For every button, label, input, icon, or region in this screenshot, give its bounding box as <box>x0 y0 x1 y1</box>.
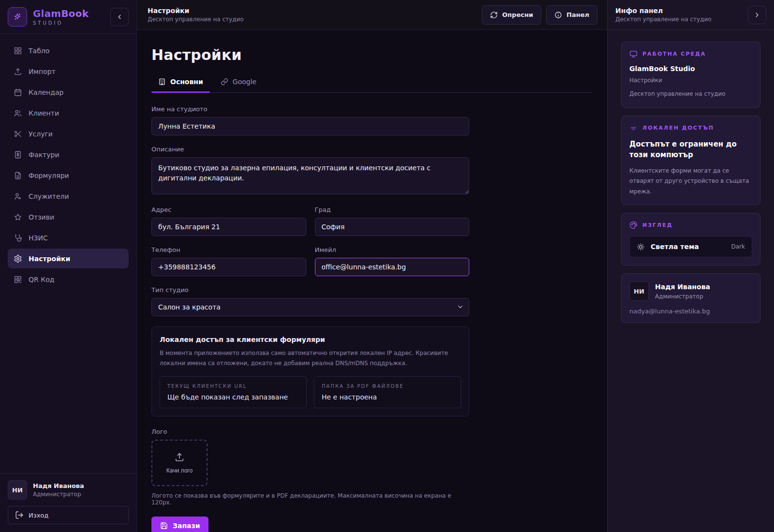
sidebar-item-8[interactable]: Отзиви <box>8 207 129 227</box>
sidebar-item-2[interactable]: Календар <box>8 82 129 102</box>
sidebar-item-label: Услуги <box>29 130 53 138</box>
panel-button[interactable]: Панел <box>546 5 597 25</box>
sidebar-item-label: Импорт <box>29 68 56 75</box>
email-label: Имейл <box>315 246 470 253</box>
invoice-icon <box>14 150 22 159</box>
pdf-folder-cell: ПАПКА ЗА PDF ФАЙЛОВЕ Не е настроена <box>314 376 461 408</box>
pdf-folder-label: ПАПКА ЗА PDF ФАЙЛОВЕ <box>322 384 453 389</box>
scissors-icon <box>14 130 22 138</box>
phone-input[interactable] <box>151 258 306 276</box>
chevron-right-icon <box>753 11 761 19</box>
info-panel: Инфо панел Десктоп управление на студио … <box>607 0 774 532</box>
sidebar-item-label: Клиенти <box>29 109 59 117</box>
monitor-icon <box>629 50 638 58</box>
dashboard-icon <box>14 46 22 55</box>
settings-content: Настройки Основни Google Име на студиото… <box>137 30 607 532</box>
local-access-box: Локален достъп за клиентски формуляри В … <box>151 326 469 416</box>
user-card-name: Надя Иванова <box>655 283 710 291</box>
sidebar-header: GlamBook STUDIO <box>0 0 136 34</box>
main-header: Настройки Десктоп управление на студио О… <box>137 0 607 30</box>
sidebar: GlamBook STUDIO ТаблоИмпортКалендарКлиен… <box>0 0 137 532</box>
sidebar-item-label: Календар <box>29 89 63 96</box>
sidebar-item-3[interactable]: Клиенти <box>8 103 129 123</box>
city-label: Град <box>315 206 470 213</box>
sidebar-item-7[interactable]: Служители <box>8 186 129 206</box>
description-label: Описание <box>151 146 469 153</box>
logo-hint: Логото се показва във формулярите и в PD… <box>151 492 469 506</box>
app-logo <box>8 7 27 27</box>
info-panel-title: Инфо панел <box>615 7 712 15</box>
environment-app-name: GlamBook Studio <box>629 65 752 73</box>
star-icon <box>14 213 22 222</box>
info-panel-header: Инфо панел Десктоп управление на студио <box>608 0 774 30</box>
local-access-card: ЛОКАЛЕН ДОСТЪП Достъпът е ограничен до т… <box>621 116 760 206</box>
city-input[interactable] <box>315 218 470 236</box>
info-icon <box>554 11 562 19</box>
tab-general[interactable]: Основни <box>151 78 210 92</box>
studio-name-input[interactable] <box>151 117 469 135</box>
sidebar-item-label: QR Код <box>29 276 54 283</box>
sidebar-user: НИ Надя Иванова Администратор <box>8 480 129 500</box>
current-theme-badge: Dark <box>731 243 745 250</box>
wifi-icon <box>629 124 638 132</box>
link-icon <box>221 78 228 86</box>
sidebar-item-11[interactable]: QR Код <box>8 269 129 289</box>
sidebar-item-6[interactable]: Формуляри <box>8 165 129 185</box>
avatar: НИ <box>8 480 27 500</box>
user-name: Надя Иванова <box>33 482 84 489</box>
user-card: НИ Надя Иванова Администратор nadya@lunn… <box>621 273 760 323</box>
studio-type-select[interactable]: Салон за красота <box>151 298 469 316</box>
sidebar-item-label: Табло <box>29 47 49 55</box>
sidebar-item-10[interactable]: Настройки <box>8 249 129 268</box>
user-role: Администратор <box>33 491 84 498</box>
sidebar-item-4[interactable]: Услуги <box>8 124 129 144</box>
sparkle-icon <box>13 13 22 21</box>
building-icon <box>158 78 166 86</box>
address-input[interactable] <box>151 218 306 236</box>
user-card-avatar: НИ <box>629 281 649 301</box>
logout-icon <box>15 511 24 519</box>
refresh-button[interactable]: Опресни <box>482 5 541 25</box>
logout-button[interactable]: Изход <box>8 506 129 524</box>
sidebar-collapse-button[interactable] <box>110 8 129 26</box>
studio-type-label: Тип студио <box>151 286 469 294</box>
tab-google[interactable]: Google <box>214 78 263 92</box>
qr-icon <box>14 275 22 284</box>
upload-icon <box>14 67 22 76</box>
brand: GlamBook STUDIO <box>33 8 104 26</box>
local-access-card-description: Клиентските форми могат да се отварят от… <box>629 166 752 197</box>
client-url-cell: ТЕКУЩ КЛИЕНТСКИ URL Ще бъде показан след… <box>160 376 307 408</box>
settings-tabs: Основни Google <box>151 78 593 93</box>
save-button[interactable]: Запази <box>151 517 208 532</box>
sidebar-item-label: Настройки <box>29 255 70 263</box>
header-title: Настройки <box>148 7 244 15</box>
sidebar-item-0[interactable]: Табло <box>8 41 129 60</box>
info-panel-subtitle: Десктоп управление на студио <box>615 16 712 23</box>
gear-icon <box>14 254 22 263</box>
client-url-label: ТЕКУЩ КЛИЕНТСКИ URL <box>167 384 299 389</box>
logo-upload-button[interactable]: Качи лого <box>151 440 208 486</box>
info-panel-collapse-button[interactable] <box>748 6 766 24</box>
sidebar-item-5[interactable]: Фактури <box>8 145 129 164</box>
pdf-folder-value: Не е настроена <box>322 393 453 401</box>
logo-label: Лого <box>151 428 469 435</box>
sidebar-item-label: НЗИС <box>29 234 48 242</box>
local-access-heading: Достъпът е ограничен до този компютър <box>629 139 752 161</box>
environment-card: РАБОТНА СРЕДА GlamBook Studio Настройки … <box>621 42 760 108</box>
stethoscope-icon <box>14 234 22 242</box>
theme-toggle-button[interactable]: Светла тема Dark <box>629 236 752 257</box>
environment-page: Настройки <box>629 77 752 84</box>
user-card-email: nadya@lunna-estetika.bg <box>629 308 752 315</box>
palette-icon <box>629 221 638 229</box>
sidebar-item-label: Формуляри <box>29 172 69 179</box>
brand-subtitle: STUDIO <box>33 20 104 26</box>
sidebar-item-1[interactable]: Импорт <box>8 61 129 81</box>
staff-icon <box>14 192 22 201</box>
sidebar-footer: НИ Надя Иванова Администратор Изход <box>0 473 136 532</box>
email-input[interactable] <box>315 258 470 276</box>
file-icon <box>14 171 22 180</box>
main-area: Настройки Десктоп управление на студио О… <box>137 0 607 532</box>
sidebar-item-9[interactable]: НЗИС <box>8 228 129 248</box>
description-textarea[interactable]: Бутиково студио за лазерна епилация, кон… <box>151 157 469 194</box>
local-access-title: Локален достъп за клиентски формуляри <box>160 336 461 343</box>
